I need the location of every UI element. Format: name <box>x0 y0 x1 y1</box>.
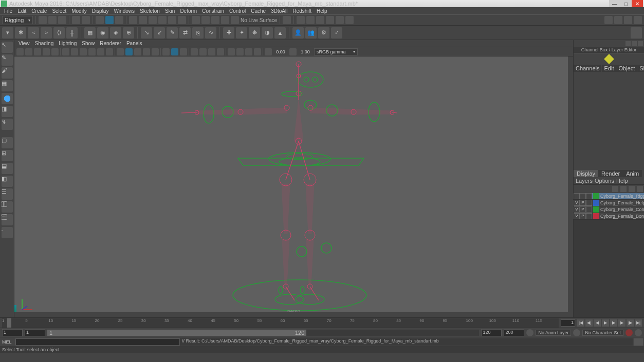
panel-menu-shading[interactable]: Shading <box>33 41 56 46</box>
copy-weights-icon[interactable]: ⎘ <box>192 27 204 39</box>
menu-modify[interactable]: Modify <box>69 8 88 14</box>
layer-type-toggle[interactable]: P <box>580 200 586 206</box>
xray-icon[interactable] <box>171 48 178 55</box>
scale-tool-icon[interactable]: ◨ <box>2 106 13 117</box>
light-editor-icon[interactable] <box>345 16 354 24</box>
detach-skin-icon[interactable]: ↙ <box>154 27 165 39</box>
default-light-icon[interactable] <box>191 48 198 55</box>
gamma-icon[interactable] <box>289 48 297 55</box>
all-lights-icon[interactable] <box>199 48 207 55</box>
menu-help[interactable]: Help <box>315 8 329 14</box>
motion-blur-icon[interactable] <box>236 48 244 55</box>
menu-windows[interactable]: Windows <box>112 8 137 14</box>
anim-layer-icon[interactable] <box>526 329 533 336</box>
layout-3-icon[interactable] <box>624 16 632 24</box>
orient-joint-icon[interactable]: ⟨⟩ <box>53 27 65 39</box>
layer-menu-layers[interactable]: Layers <box>576 178 593 184</box>
move-tool-icon[interactable]: ▦ <box>2 80 13 91</box>
isolate-select-icon[interactable] <box>162 48 170 55</box>
blendshape-icon[interactable]: ◈ <box>110 27 121 39</box>
range-start-outer-input[interactable]: 1 <box>2 329 23 336</box>
insert-joint-icon[interactable]: ＜ <box>28 27 39 39</box>
layer-vis-toggle[interactable]: V <box>574 206 580 213</box>
move-layer-up-icon[interactable] <box>612 186 618 192</box>
time-slider[interactable]: 1510152025303540455055606570758085909510… <box>0 317 644 328</box>
menu-redshift[interactable]: Redshift <box>290 8 314 14</box>
joint-tool-icon[interactable]: ✱ <box>15 27 26 39</box>
character-set-dropdown[interactable]: No Character Set <box>582 330 623 336</box>
script-editor-button[interactable] <box>634 338 643 346</box>
wireframe-icon[interactable] <box>117 48 124 55</box>
grid-icon[interactable] <box>62 48 69 55</box>
layer-row[interactable]: VPCyborg_Female_Contr <box>574 206 644 213</box>
hik-icon[interactable]: 👤 <box>292 27 304 39</box>
xray-joints-icon[interactable] <box>180 48 187 55</box>
menu-deform[interactable]: Deform <box>178 8 199 14</box>
snap-point-icon[interactable] <box>211 16 219 24</box>
layer-tab-display[interactable]: Display <box>574 170 598 177</box>
rotate-tool-icon[interactable] <box>2 93 13 104</box>
sel-mask-3-icon[interactable] <box>149 16 157 24</box>
constraint-pole-icon[interactable]: ▲ <box>274 27 286 39</box>
film-gate-icon[interactable] <box>71 48 78 55</box>
sel-mask-6-icon[interactable] <box>178 16 186 24</box>
layer-row[interactable]: VPCyborg_Female_Bones <box>574 213 644 220</box>
layer-menu-options[interactable]: Options <box>595 178 614 184</box>
last-tool-icon[interactable]: ↯ <box>2 119 13 130</box>
auto-key-button[interactable] <box>625 329 633 336</box>
msaa-icon[interactable] <box>245 48 252 55</box>
four-pane-layout-icon[interactable]: ⊞ <box>2 150 13 161</box>
exposure-icon[interactable] <box>265 48 272 55</box>
layout-2-icon[interactable] <box>614 16 622 24</box>
ssao-icon[interactable] <box>228 48 235 55</box>
hik-create-icon[interactable]: 👥 <box>305 27 317 39</box>
panel-menu-view[interactable]: View <box>16 41 32 46</box>
select-component-icon[interactable] <box>115 16 123 24</box>
paint-weights-icon[interactable]: ✎ <box>167 27 178 39</box>
snap-live-icon[interactable] <box>231 16 239 24</box>
layer-extra-toggle[interactable] <box>586 200 592 206</box>
step-back-button[interactable]: ◀ <box>594 319 601 327</box>
undo-icon[interactable] <box>72 16 80 24</box>
range-end-input[interactable]: 120 <box>481 329 502 336</box>
anim-layer-dropdown[interactable]: No Anim Layer <box>536 330 571 336</box>
menu-create[interactable]: Create <box>29 8 49 14</box>
maximize-button[interactable]: □ <box>620 0 632 7</box>
menu-constrain[interactable]: Constrain <box>200 8 226 14</box>
panel-menu-renderer[interactable]: Renderer <box>98 41 123 46</box>
persp-outliner-icon[interactable]: ⿲ <box>2 201 13 213</box>
smooth-shade-icon[interactable] <box>125 48 133 55</box>
layer-color-swatch[interactable] <box>593 213 599 219</box>
menu-edit[interactable]: Edit <box>15 8 28 14</box>
layer-tab-render[interactable]: Render <box>598 170 623 177</box>
image-plane-icon[interactable] <box>43 48 50 55</box>
menu-3dtoall[interactable]: 3DtoAll <box>269 8 289 14</box>
layer-type-toggle[interactable]: P <box>580 213 586 219</box>
selected-lights-icon[interactable] <box>208 48 215 55</box>
layout-4-icon[interactable] <box>634 16 642 24</box>
outliner-layout-icon[interactable]: ☰ <box>2 188 13 200</box>
layer-extra-toggle[interactable] <box>586 193 592 199</box>
current-frame-input[interactable]: 1 <box>561 319 575 327</box>
menu-skeleton[interactable]: Skeleton <box>138 8 162 14</box>
constraint-aim-icon[interactable]: ◑ <box>262 27 273 39</box>
ik-handle-icon[interactable]: ╫ <box>66 27 78 39</box>
layer-color-swatch[interactable] <box>593 206 599 213</box>
prefs-button[interactable] <box>635 329 642 336</box>
snap-curve-icon[interactable] <box>201 16 210 24</box>
select-hierarchy-icon[interactable] <box>96 16 104 24</box>
constraint-orient-icon[interactable]: ✦ <box>236 27 247 39</box>
go-to-start-button[interactable]: |◀ <box>577 319 584 327</box>
cmd-language-label[interactable]: MEL <box>0 339 15 345</box>
step-forward-button[interactable]: ▶ <box>618 319 625 327</box>
render-frame-icon[interactable] <box>297 16 305 24</box>
smooth-weights-icon[interactable]: ∿ <box>205 27 216 39</box>
open-scene-icon[interactable] <box>48 16 57 24</box>
color-mgmt-dropdown[interactable]: sRGB gamma <box>314 48 358 55</box>
flat-light-icon[interactable] <box>217 48 224 55</box>
redo-icon[interactable] <box>82 16 90 24</box>
close-button[interactable]: ✕ <box>632 0 643 7</box>
panel-menu-panels[interactable]: Panels <box>124 41 144 46</box>
layer-extra-toggle[interactable] <box>586 213 592 219</box>
constraint-point-icon[interactable]: ✚ <box>223 27 234 39</box>
